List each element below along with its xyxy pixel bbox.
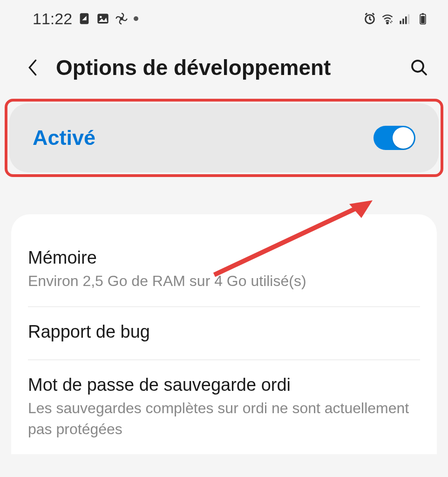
- svg-rect-9: [408, 14, 410, 24]
- annotation-highlight-box: Activé: [5, 99, 443, 177]
- svg-rect-8: [405, 16, 407, 24]
- toggle-label: Activé: [33, 126, 95, 150]
- wifi-icon: [381, 12, 394, 25]
- more-indicator-icon: [134, 16, 138, 21]
- fan-icon: [115, 12, 128, 25]
- title-bar: Options de développement: [0, 32, 448, 99]
- svg-rect-6: [400, 21, 401, 24]
- svg-rect-12: [421, 16, 425, 23]
- status-bar: 11:22: [0, 0, 448, 32]
- back-button[interactable]: [23, 58, 42, 77]
- page-title: Options de développement: [56, 55, 395, 80]
- svg-rect-11: [422, 13, 424, 15]
- svg-rect-7: [402, 19, 404, 24]
- alarm-icon: [363, 12, 376, 25]
- setting-bug-report[interactable]: Rapport de bug: [28, 307, 420, 360]
- phone-icon: [78, 12, 91, 25]
- svg-point-2: [100, 16, 102, 18]
- svg-rect-1: [97, 14, 108, 24]
- search-button[interactable]: [409, 57, 429, 78]
- toggle-thumb: [393, 127, 414, 149]
- setting-subtitle: Environ 2,5 Go de RAM sur 4 Go utilisé(s…: [28, 271, 420, 292]
- svg-point-5: [387, 22, 388, 24]
- developer-options-toggle-card[interactable]: Activé: [9, 103, 439, 172]
- setting-backup-password[interactable]: Mot de passe de sauvegarde ordi Les sauv…: [28, 360, 420, 455]
- setting-title: Mémoire: [28, 248, 420, 268]
- settings-list: Mémoire Environ 2,5 Go de RAM sur 4 Go u…: [11, 214, 437, 454]
- developer-options-toggle[interactable]: [373, 126, 415, 150]
- image-icon: [96, 12, 109, 25]
- setting-title: Mot de passe de sauvegarde ordi: [28, 375, 420, 395]
- svg-point-3: [121, 18, 123, 20]
- signal-icon: [399, 12, 412, 25]
- battery-icon: [416, 12, 429, 25]
- setting-memory[interactable]: Mémoire Environ 2,5 Go de RAM sur 4 Go u…: [28, 233, 420, 307]
- setting-subtitle: Les sauvegardes complètes sur ordi ne so…: [28, 398, 420, 440]
- status-time: 11:22: [33, 10, 72, 28]
- setting-title: Rapport de bug: [28, 322, 420, 342]
